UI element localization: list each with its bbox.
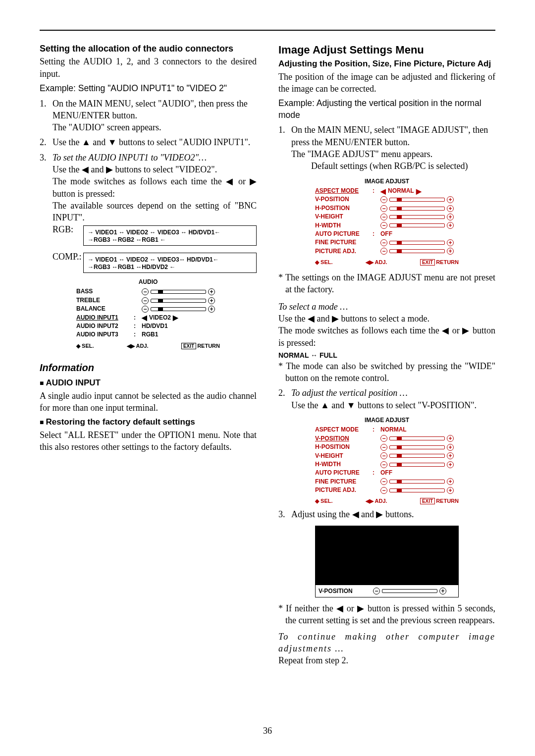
right-heading: Image Adjust Settings Menu [278,43,495,57]
continue-text: Repeat from step 2. [278,654,495,666]
osd-row: V-HEIGHT [315,452,459,460]
osd-label: BASS [76,287,131,296]
osd-value: RGB1 [142,330,220,339]
osd-row: AUDIO INPUT1:◀ VIDEO2 ▶ [76,314,220,322]
osd-title: IMAGE ADJUST [315,416,459,425]
osd-label: H-WIDTH [315,460,370,469]
osd-label: BALANCE [76,305,131,313]
osd-value [380,196,459,203]
r-step3: Adjust using the ◀ and ▶ buttons. [291,508,495,520]
select-mode-heading: To select a mode … [278,301,495,313]
osd-label: V-HEIGHT [315,213,370,221]
osd-label: PICTURE ADJ. [315,486,370,494]
osd-label: AUDIO INPUT2 [76,322,131,330]
osd-value [142,297,220,304]
osd-value: OFF [380,469,459,477]
osd-value: ◀ VIDEO2 ▶ [142,314,220,322]
osd-label: V-HEIGHT [315,452,370,460]
right-subheading: Adjusting the Position, Size, Fine Pictu… [278,58,495,70]
r-step1: On the MAIN MENU, select "IMAGE ADJUST",… [291,124,495,172]
osd-row: FINE PICTURE [315,478,459,486]
r-step2: To adjust the vertical position … Use th… [291,387,495,411]
comp-cycle: COMP.: → VIDEO1 ↔ VIDEO2 ↔ VIDEO3↔ HD/DV… [53,251,257,273]
osd-row: V-HEIGHT [315,213,459,221]
osd-value [142,288,220,295]
osd-title: AUDIO [76,278,220,286]
imageadjust-osd1: IMAGE ADJUST ASPECT MODE:◀ NORMAL ▶V-POS… [315,177,459,267]
right-example: Example: Adjusting the vertical position… [278,98,495,121]
restore-text: Select "ALL RESET" under the OPTION1 men… [40,429,257,453]
right-intro: The position of the image can be adjuste… [278,71,495,95]
rgb-cycle: RGB: → VIDEO1 ↔ VIDEO2 ↔ VIDEO3 ↔ HD/DVD… [53,223,257,246]
osd-label: FINE PICTURE [315,478,370,486]
osd-row: AUDIO INPUT3:RGB1 [76,330,220,339]
step-num: 1. [40,98,49,134]
osd-value [380,248,459,255]
osd-value [380,444,459,451]
audio-input-heading: ■AUDIO INPUT [40,378,257,389]
step-num: 3. [40,152,49,224]
osd-row: V-POSITION [315,434,459,443]
osd-value [380,452,459,459]
osd-label: H-POSITION [315,204,370,213]
osd-row: BASS [76,287,220,296]
osd-label: FINE PICTURE [315,238,370,247]
osd-value [380,205,459,212]
osd-label: V-POSITION [315,434,370,443]
osd-value [380,435,459,442]
osd-row: H-WIDTH [315,221,459,230]
step-num: 1. [278,124,287,172]
osd-row: TREBLE [76,296,220,305]
left-heading: Setting the allocation of the audio conn… [40,43,257,54]
osd-value: NORMAL [380,426,459,434]
osd-label: PICTURE ADJ. [315,247,370,256]
step-num: 2. [278,387,287,411]
osd-value [380,222,459,229]
osd-value [380,239,459,246]
osd-value [142,306,220,313]
osd-row: AUTO PICTURE:OFF [315,469,459,477]
right-column: Image Adjust Settings Menu Adjusting the… [278,43,495,666]
osd-row: BALANCE [76,305,220,313]
osd-label: ASPECT MODE [315,426,370,434]
vposition-preview: V-POSITION [315,526,459,597]
osd-label: TREBLE [76,296,131,305]
imageadjust-osd2: IMAGE ADJUST ASPECT MODE:NORMALV-POSITIO… [315,416,459,505]
select-mode-p1: Use the ◀ and ▶ buttons to select a mode… [278,313,495,324]
wide-note: * The mode can also be switched by press… [278,360,495,384]
osd-row: AUDIO INPUT2:HD/DVD1 [76,322,220,330]
osd-label: AUDIO INPUT3 [76,330,131,339]
info-heading: Information [40,361,257,375]
osd-value: HD/DVD1 [142,322,220,330]
osd-label: AUDIO INPUT1 [76,314,131,322]
osd-footer: ◆ SEL. ◀▶ ADJ. EXITRETURN [315,497,459,505]
osd-row: PICTURE ADJ. [315,486,459,494]
osd-row: H-POSITION [315,443,459,451]
osd-row: H-POSITION [315,204,459,213]
osd-footer: ◆ SEL. ◀▶ ADJ. EXITRETURN [315,259,459,267]
osd-value: OFF [380,230,459,238]
step2: Use the ▲ and ▼ buttons to select "AUDIO… [53,136,257,148]
select-mode-p2: The mode switches as follows each time t… [278,324,495,349]
left-example: Example: Setting "AUDIO INPUT1" to "VIDE… [40,83,257,95]
timeout-note: * If neither the ◀ or ▶ button is presse… [278,602,495,627]
osd-row: H-WIDTH [315,460,459,469]
osd-label: AUTO PICTURE [315,469,370,477]
audio-input-text: A single audio input cannot be selected … [40,390,257,414]
page-top-rule [40,30,495,31]
osd-value [380,487,459,494]
osd-label: V-POSITION [315,195,370,204]
step-num: 2. [40,136,49,148]
osd-title: IMAGE ADJUST [315,177,459,186]
step1: On the MAIN MENU, select "AUDIO", then p… [53,98,257,134]
osd-row: PICTURE ADJ. [315,247,459,256]
step-num: 3. [278,508,287,520]
normal-full: NORMAL ↔ FULL [278,351,495,360]
osd-value [380,478,459,485]
osd-row: ASPECT MODE:NORMAL [315,426,459,434]
osd-value: ◀ NORMAL ▶ [380,187,459,195]
osd-row: ASPECT MODE:◀ NORMAL ▶ [315,187,459,195]
left-column: Setting the allocation of the audio conn… [40,43,257,666]
osd-value [380,214,459,220]
audio-osd-menu: AUDIO BASSTREBLEBALANCEAUDIO INPUT1:◀ VI… [76,278,220,350]
